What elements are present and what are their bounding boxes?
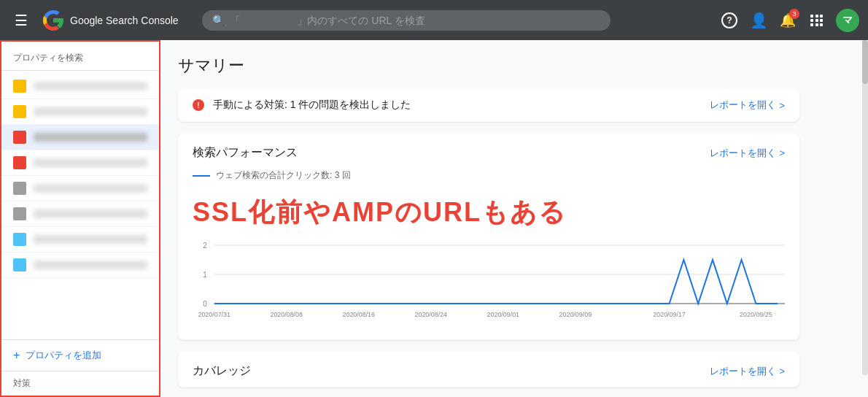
scrollbar-thumb[interactable] (862, 40, 868, 84)
sidebar-search-label: プロパティを検索 (13, 53, 83, 63)
chart-legend: ウェブ検索の合計クリック数: 3 回 (193, 169, 785, 182)
property-name (34, 107, 147, 116)
chart-watermark: SSL化前やAMPのURLもある (193, 188, 785, 238)
list-item[interactable] (1, 99, 159, 125)
property-icon (13, 131, 26, 144)
property-name (34, 184, 147, 193)
sidebar-search-area: プロパティを検索 (1, 42, 159, 71)
add-property-button[interactable]: + プロパティを追加 (1, 339, 159, 371)
notification-badge: 3 (789, 9, 799, 19)
chart-svg: 2 1 0 2020/07/31 2020/08/08 2020/08/16 2… (193, 238, 785, 325)
search-performance-card: 検索パフォーマンス レポートを開く > ウェブ検索の合計クリック数: 3 回 S… (178, 134, 799, 340)
plus-icon: + (13, 349, 20, 362)
scrollbar[interactable] (862, 40, 868, 375)
search-icon: 🔍 (212, 15, 225, 26)
coverage-link[interactable]: レポートを開く > (710, 365, 785, 378)
list-item[interactable] (1, 150, 159, 176)
coverage-link-text: レポートを開く (710, 365, 776, 378)
list-item[interactable] (1, 227, 159, 253)
coverage-title: カバレッジ (193, 363, 251, 379)
property-icon (13, 258, 26, 271)
main-layout: プロパティを検索 (0, 40, 868, 397)
search-bar[interactable]: 🔍 (202, 10, 611, 31)
svg-text:2: 2 (203, 242, 207, 250)
search-performance-title: 検索パフォーマンス (193, 145, 298, 161)
svg-text:2020/09/25: 2020/09/25 (740, 311, 772, 318)
search-performance-link-text: レポートを開く (710, 147, 776, 160)
user-avatar[interactable]: マ (836, 9, 859, 32)
legend-line (193, 175, 210, 177)
svg-text:2020/09/09: 2020/09/09 (559, 311, 592, 318)
svg-text:1: 1 (203, 271, 207, 279)
coverage-section-header: カバレッジ レポートを開く > (178, 352, 799, 388)
property-name (34, 158, 147, 167)
list-item[interactable] (1, 176, 159, 201)
svg-text:2020/07/31: 2020/07/31 (198, 311, 230, 318)
svg-text:2020/08/08: 2020/08/08 (270, 311, 303, 318)
property-name (34, 235, 147, 244)
header-icons: ? 👤 🔔 3 マ (716, 7, 859, 34)
property-icon (13, 105, 26, 118)
search-performance-link[interactable]: レポートを開く > (710, 147, 785, 160)
property-icon (13, 207, 26, 220)
property-name (34, 82, 147, 90)
main-content: サマリー ! 手動による対策: 1 件の問題を検出しました レポートを開く > … (160, 40, 868, 397)
list-item[interactable] (1, 125, 159, 150)
account-icon: 👤 (750, 12, 768, 29)
property-icon (13, 233, 26, 246)
coverage-link-arrow: > (779, 366, 785, 377)
svg-text:0: 0 (203, 300, 207, 308)
property-name (34, 133, 147, 142)
notification-button[interactable]: 🔔 3 (775, 7, 801, 34)
property-list (1, 71, 159, 339)
property-name (34, 261, 147, 269)
header: ☰ Google Search Console 🔍 ? 👤 🔔 3 (0, 0, 868, 40)
add-property-label: プロパティを追加 (26, 349, 101, 362)
search-performance-link-arrow: > (779, 147, 785, 158)
apps-button[interactable] (804, 7, 830, 34)
apps-icon (810, 15, 824, 26)
search-input[interactable] (230, 15, 600, 26)
property-icon (13, 80, 26, 93)
list-item[interactable] (1, 74, 159, 99)
help-icon: ? (721, 12, 737, 28)
svg-text:2020/09/17: 2020/09/17 (653, 311, 686, 318)
section-header: 検索パフォーマンス レポートを開く > (178, 134, 799, 169)
help-button[interactable]: ? (716, 7, 743, 34)
sidebar: プロパティを検索 (0, 40, 160, 397)
alert-message: 手動による対策: 1 件の問題を検出しました (213, 99, 411, 112)
chart-container: ウェブ検索の合計クリック数: 3 回 SSL化前やAMPのURLもある 2 1 … (178, 169, 799, 340)
page-title: サマリー (178, 55, 799, 77)
sidebar-bottom-label: 対策 (1, 371, 159, 396)
logo-text: Google Search Console (70, 15, 179, 26)
list-item[interactable] (1, 201, 159, 227)
app-logo: Google Search Console (42, 9, 179, 31)
menu-icon[interactable]: ☰ (9, 6, 34, 35)
alert-icon: ! (193, 99, 204, 111)
legend-text: ウェブ検索の合計クリック数: 3 回 (216, 169, 351, 182)
property-icon (13, 156, 26, 169)
property-icon (13, 182, 26, 195)
alert-link-arrow: > (779, 100, 785, 111)
svg-text:2020/08/16: 2020/08/16 (342, 311, 375, 318)
alert-report-link[interactable]: レポートを開く > (710, 99, 785, 112)
svg-text:2020/08/24: 2020/08/24 (415, 311, 448, 318)
list-item[interactable] (1, 253, 159, 278)
account-button[interactable]: 👤 (745, 7, 772, 34)
alert-left: ! 手動による対策: 1 件の問題を検出しました (193, 99, 411, 112)
alert-card: ! 手動による対策: 1 件の問題を検出しました レポートを開く > (178, 88, 799, 122)
alert-link-text: レポートを開く (710, 99, 776, 112)
svg-text:2020/09/01: 2020/09/01 (487, 311, 520, 318)
property-name (34, 209, 147, 218)
coverage-card: カバレッジ レポートを開く > (178, 352, 799, 388)
